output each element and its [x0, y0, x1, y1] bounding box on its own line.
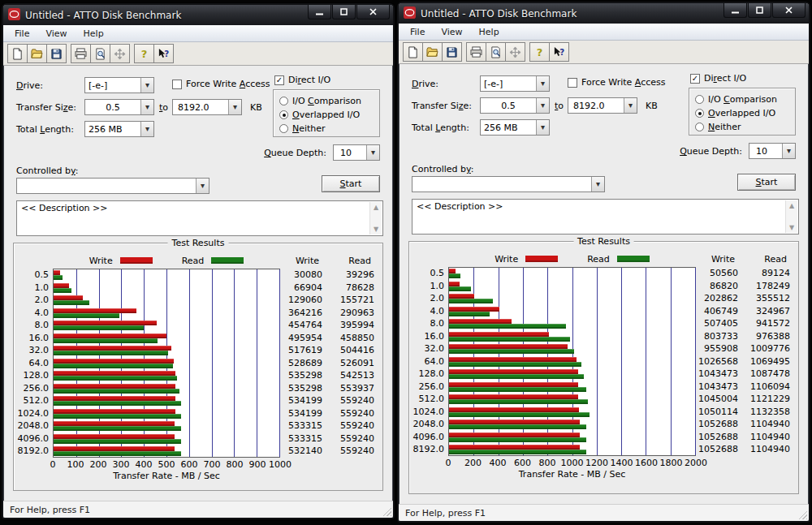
scroll-up-icon[interactable]: ▲ — [374, 204, 378, 211]
write-value: 533315 — [280, 432, 327, 445]
chevron-down-icon[interactable] — [782, 144, 795, 158]
read-bar — [449, 412, 590, 417]
menu-view[interactable]: View — [434, 25, 469, 39]
chevron-down-icon[interactable] — [624, 98, 637, 113]
resize-grip[interactable] — [797, 509, 807, 519]
status-bar: For Help, press F1 — [399, 504, 809, 521]
help-icon[interactable]: ? — [529, 42, 550, 62]
neither-radio[interactable]: Neither — [695, 120, 789, 134]
read-value: 1104940 — [743, 431, 795, 444]
write-value: 533315 — [280, 420, 327, 432]
menu-view[interactable]: View — [39, 27, 73, 41]
open-folder-icon[interactable] — [422, 42, 443, 62]
chevron-down-icon[interactable] — [536, 120, 549, 135]
save-icon[interactable] — [442, 42, 462, 62]
print-preview-icon[interactable] — [90, 44, 110, 63]
chart-grid: 0.550560891241.0868201782492.02028623555… — [411, 267, 795, 456]
chevron-down-icon[interactable] — [228, 100, 241, 114]
controlled-by-label: Controlled by: — [16, 166, 79, 176]
direct-io-checkbox[interactable]: Direct I/O — [274, 75, 378, 85]
start-button[interactable]: Start — [322, 175, 380, 192]
total-length-select[interactable]: 256 MB — [84, 121, 154, 137]
read-value: 559240 — [327, 407, 379, 420]
svg-text:?: ? — [164, 49, 169, 58]
total-length-select[interactable]: 256 MB — [480, 119, 550, 136]
new-document-icon[interactable] — [403, 42, 423, 62]
bar-row — [448, 330, 696, 343]
scroll-up-icon[interactable]: ▲ — [789, 202, 794, 209]
scroll-down-icon[interactable]: ▼ — [789, 224, 794, 231]
context-help-icon[interactable]: ? — [549, 42, 569, 62]
bar-row — [448, 317, 696, 330]
move-icon[interactable] — [110, 44, 130, 63]
direct-io-checkbox[interactable]: Direct I/O — [690, 73, 794, 84]
chevron-down-icon[interactable] — [536, 76, 549, 91]
description-field[interactable]: << Description >> ▲▼ — [412, 199, 799, 235]
print-icon[interactable] — [71, 44, 91, 63]
menu-file[interactable]: File — [404, 25, 431, 39]
to-label: to — [159, 102, 168, 113]
drive-select[interactable]: [-e-] — [480, 75, 550, 92]
title-bar[interactable]: Untitled - ATTO Disk Benchmark — [3, 5, 393, 25]
force-write-access-checkbox[interactable]: Force Write Access — [568, 77, 665, 88]
controlled-by-select[interactable] — [16, 178, 209, 194]
print-preview-icon[interactable] — [486, 42, 506, 62]
status-text: For Help, press F1 — [405, 508, 486, 519]
neither-radio[interactable]: Neither — [279, 122, 374, 136]
context-help-icon[interactable]: ? — [153, 44, 174, 63]
drive-select[interactable]: [-e-] — [84, 77, 154, 93]
scroll-down-icon[interactable]: ▼ — [374, 226, 378, 233]
io-comparison-radio[interactable]: I/O Comparison — [695, 93, 789, 106]
transfer-size-to-select[interactable]: 8192.0 — [172, 99, 242, 115]
start-button[interactable]: Start — [737, 174, 796, 191]
menu-help[interactable]: Help — [473, 25, 506, 39]
bar-row — [448, 393, 696, 406]
help-icon[interactable]: ? — [134, 44, 154, 63]
transfer-size-from-select[interactable]: 0.5 — [480, 97, 550, 114]
chevron-down-icon[interactable] — [196, 179, 209, 193]
description-field[interactable]: << Description >> ▲▼ — [16, 200, 383, 236]
read-value: 178249 — [743, 280, 795, 293]
write-value: 1052688 — [696, 431, 743, 444]
chevron-down-icon[interactable] — [536, 98, 549, 113]
bar-row — [448, 292, 696, 305]
read-value: 1104940 — [743, 418, 795, 431]
chevron-down-icon[interactable] — [140, 78, 153, 93]
chevron-down-icon[interactable] — [140, 122, 153, 136]
close-button[interactable] — [356, 5, 390, 19]
minimize-button[interactable] — [723, 3, 747, 18]
new-document-icon[interactable] — [7, 44, 28, 63]
x-tick-label: 200 — [464, 458, 482, 468]
read-value: 1087478 — [743, 368, 795, 381]
queue-depth-select[interactable]: 10 — [749, 143, 796, 159]
close-button[interactable] — [772, 3, 806, 18]
queue-depth-select[interactable]: 10 — [333, 144, 380, 161]
menu-file[interactable]: File — [8, 27, 36, 41]
maximize-button[interactable] — [332, 5, 356, 19]
bar-row — [53, 294, 280, 307]
move-icon[interactable] — [505, 42, 525, 62]
read-bar — [449, 399, 588, 404]
chevron-down-icon[interactable] — [591, 177, 604, 191]
print-icon[interactable] — [466, 42, 486, 62]
minimize-button[interactable] — [308, 5, 331, 19]
chevron-down-icon[interactable] — [140, 100, 153, 114]
open-folder-icon[interactable] — [27, 44, 47, 63]
transfer-size-to-select[interactable]: 8192.0 — [568, 97, 637, 114]
save-icon[interactable] — [46, 44, 67, 63]
io-comparison-radio[interactable]: I/O Comparison — [279, 94, 374, 108]
maximize-button[interactable] — [748, 3, 771, 18]
transfer-size-from-select[interactable]: 0.5 — [84, 99, 154, 115]
chevron-down-icon[interactable] — [366, 145, 379, 160]
force-write-access-checkbox[interactable]: Force Write Access — [172, 79, 270, 89]
controlled-by-select[interactable] — [412, 176, 605, 192]
write-value: 517619 — [280, 344, 327, 357]
description-scrollbar[interactable]: ▲▼ — [785, 200, 797, 233]
overlapped-io-radio[interactable]: Overlapped I/O — [279, 108, 374, 122]
menu-help[interactable]: Help — [77, 27, 110, 41]
description-scrollbar[interactable]: ▲▼ — [369, 202, 382, 235]
read-value: 504416 — [327, 344, 379, 357]
overlapped-io-radio[interactable]: Overlapped I/O — [695, 106, 789, 120]
resize-grip[interactable] — [381, 506, 391, 516]
title-bar[interactable]: Untitled - ATTO Disk Benchmark — [399, 3, 809, 24]
